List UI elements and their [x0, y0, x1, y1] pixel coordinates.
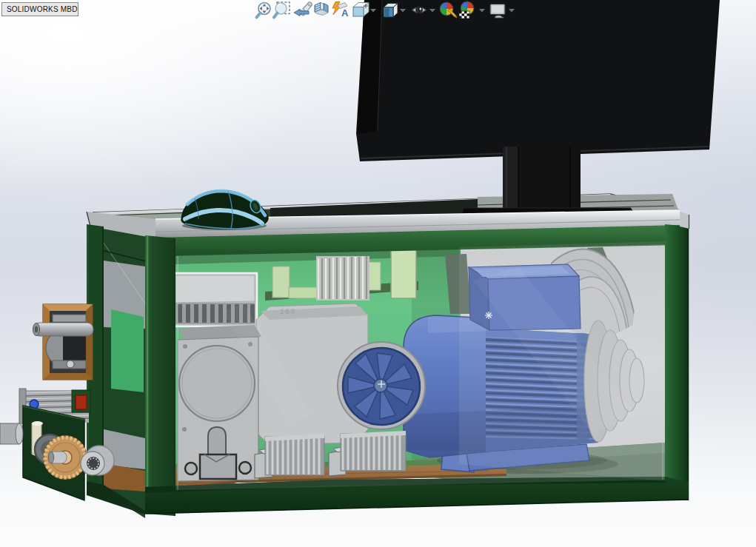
svg-text:A: A [341, 7, 349, 19]
